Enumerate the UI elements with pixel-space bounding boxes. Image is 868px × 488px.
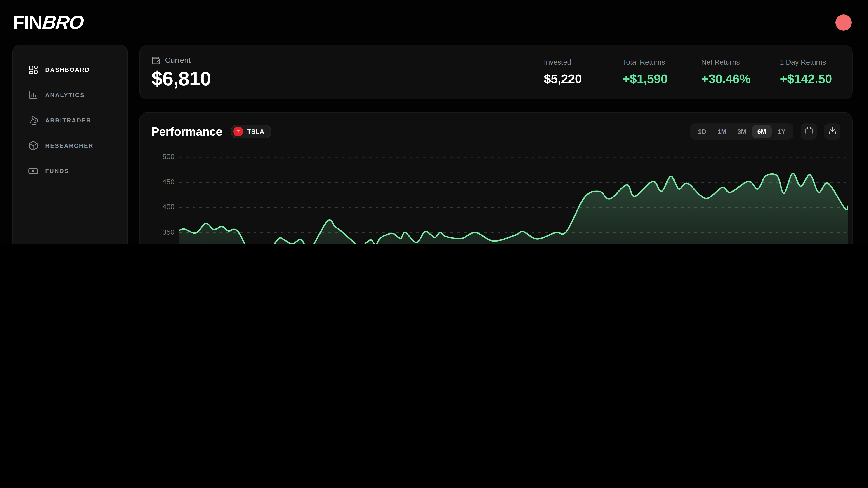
sidebar-item-researcher[interactable]: RESEARCHER [17,135,123,156]
y-axis-tick: 500 [149,153,175,161]
current-value: $6,810 [151,68,211,88]
logo-fin: FIN [13,11,42,33]
rabbit-icon [28,115,38,125]
y-axis-tick: 400 [149,203,175,211]
stat-net-returns: Net Returns+30.46% [701,58,780,86]
calendar-button[interactable] [801,123,817,140]
download-button[interactable] [824,123,840,140]
wallet-icon [151,56,160,65]
calendar-icon [804,127,813,136]
stat-label: Net Returns [701,58,780,66]
performance-title: Performance [151,125,222,138]
y-axis-tick: 350 [149,228,175,236]
stat-total-returns: Total Returns+$1,590 [622,58,701,86]
dashboard-icon [28,64,38,75]
current-label: Current [165,56,191,65]
sidebar-item-funds[interactable]: FUNDS [17,160,123,181]
current-balance: Current $6,810 [151,56,211,88]
stat-1-day-returns: 1 Day Returns+$142.50 [780,58,839,86]
stat-invested: Invested$5,220 [544,58,622,86]
profile-avatar[interactable] [835,14,852,31]
sidebar: DASHBOARDANALYTICSARBITRADERRESEARCHERFU… [12,45,128,244]
finbro-logo: FINBRO [13,11,83,33]
ticker-pill[interactable]: T TSLA [230,125,271,138]
stat-label: 1 Day Returns [780,58,839,66]
sidebar-item-dashboard[interactable]: DASHBOARD [17,59,123,80]
range-button-1m[interactable]: 1M [712,125,732,138]
range-button-3m[interactable]: 3M [732,125,752,138]
logo-bro: BRO [41,11,84,33]
range-button-1d[interactable]: 1D [692,125,712,138]
ticker-logo-badge: T [233,127,243,136]
stat-value: +30.46% [701,72,780,86]
cube-icon [28,140,38,151]
stat-value: +$1,590 [622,72,701,86]
sidebar-item-label: FUNDS [45,167,69,174]
chart-controls: 1D1M3M6M1Y [690,123,840,140]
area-chart-svg [179,156,848,244]
finbro-app: FINBRO DASHBOARDANALYTICSARBITRADERRESEA… [0,0,868,244]
main-content: Current $6,810 Invested$5,220Total Retur… [139,45,852,244]
sidebar-item-label: ARBITRADER [45,117,91,124]
summary-card: Current $6,810 Invested$5,220Total Retur… [139,45,852,99]
sidebar-item-label: ANALYTICS [45,92,85,98]
sidebar-item-label: RESEARCHER [45,142,94,149]
topbar: FINBRO [0,0,868,45]
y-axis-tick: 450 [149,178,175,186]
sidebar-nav: DASHBOARDANALYTICSARBITRADERRESEARCHERFU… [13,57,127,184]
performance-header: Performance T TSLA 1D1M3M6M1Y [140,112,852,140]
banknote-icon [28,166,38,176]
range-button-6m[interactable]: 6M [752,125,772,138]
stat-label: Invested [544,58,622,66]
summary-stats: Invested$5,220Total Returns+$1,590Net Re… [544,58,839,86]
range-button-1y[interactable]: 1Y [772,125,792,138]
analytics-icon [28,90,38,100]
stat-label: Total Returns [622,58,701,66]
sidebar-item-arbitrader[interactable]: ARBITRADER [17,110,123,131]
range-selector: 1D1M3M6M1Y [690,123,794,140]
sidebar-item-label: DASHBOARD [45,66,90,73]
stat-value: $5,220 [544,72,622,86]
performance-chart: 500450400350300 [179,156,848,244]
performance-card: Performance T TSLA 1D1M3M6M1Y [139,112,852,244]
ticker-symbol: TSLA [247,128,265,135]
stat-value: +$142.50 [780,72,839,86]
sidebar-item-analytics[interactable]: ANALYTICS [17,85,123,105]
download-icon [828,127,837,136]
